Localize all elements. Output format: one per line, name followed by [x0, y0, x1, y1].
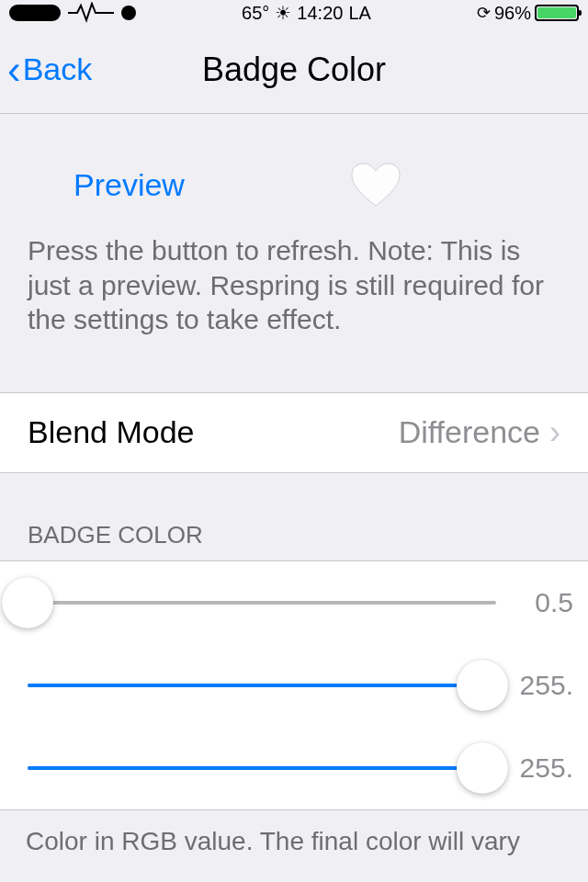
slider-thumb[interactable]: [457, 742, 508, 794]
slider-row-r: 0.5: [0, 561, 588, 644]
city: LA: [348, 3, 370, 24]
status-left: [9, 2, 136, 24]
time: 14:20: [297, 3, 343, 24]
blend-mode-value: Difference: [399, 414, 540, 450]
status-right: ⟳ 96%: [477, 3, 579, 24]
status-center: 65° ☀ 14:20 LA: [242, 2, 371, 24]
activity-icon: [68, 2, 114, 24]
slider-row-b: 255.: [0, 727, 588, 809]
blend-mode-label: Blend Mode: [28, 414, 194, 450]
slider-group: 0.5 255. 255.: [0, 560, 588, 810]
footer-note: Color in RGB value. The final color will…: [0, 810, 588, 856]
status-bar: 65° ☀ 14:20 LA ⟳ 96%: [0, 0, 588, 26]
section-header: BADGE COLOR: [0, 473, 588, 560]
back-label: Back: [23, 51, 93, 87]
signal-pill-icon: [9, 5, 61, 21]
heart-icon: [350, 162, 401, 208]
slider-value-g: 255.: [509, 670, 573, 701]
slider-row-g: 255.: [0, 644, 588, 727]
battery-percent: 96%: [494, 3, 531, 24]
slider-b[interactable]: [28, 766, 496, 770]
dot-icon: [121, 6, 136, 20]
preview-button[interactable]: Preview: [74, 167, 185, 203]
back-button[interactable]: ‹ Back: [0, 50, 92, 90]
sun-icon: ☀: [275, 2, 291, 24]
temperature: 65°: [242, 3, 269, 24]
slider-g[interactable]: [28, 684, 496, 687]
slider-value-r: 0.5: [509, 587, 573, 618]
slider-thumb[interactable]: [2, 577, 53, 628]
slider-value-b: 255.: [509, 752, 573, 784]
preview-section: Preview Press the button to refresh. Not…: [0, 114, 588, 392]
chevron-right-icon: ›: [549, 413, 560, 452]
lock-rotation-icon: ⟳: [477, 3, 491, 23]
slider-r[interactable]: [28, 601, 496, 605]
preview-note: Press the button to refresh. Note: This …: [0, 208, 588, 392]
slider-thumb[interactable]: [457, 660, 508, 711]
chevron-left-icon: ‹: [7, 50, 21, 90]
nav-bar: ‹ Back Badge Color: [0, 26, 588, 114]
battery-icon: [535, 5, 579, 21]
blend-mode-cell[interactable]: Blend Mode Difference ›: [0, 392, 588, 473]
